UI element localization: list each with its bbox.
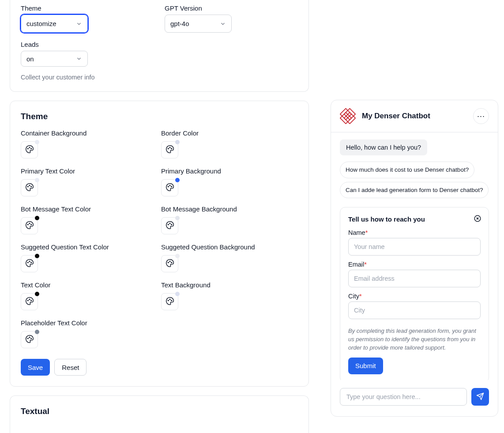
color-picker-button[interactable] bbox=[21, 179, 38, 196]
svg-point-3 bbox=[168, 148, 169, 149]
theme-item-label: Suggeted Question Background bbox=[161, 243, 298, 251]
palette-icon bbox=[25, 183, 34, 193]
svg-point-15 bbox=[168, 224, 169, 225]
svg-point-0 bbox=[27, 148, 28, 149]
svg-point-28 bbox=[169, 299, 170, 300]
svg-rect-33 bbox=[340, 109, 351, 120]
palette-icon bbox=[165, 221, 174, 231]
svg-point-29 bbox=[171, 300, 172, 301]
palette-icon bbox=[25, 297, 34, 307]
textual-card: Textual bbox=[10, 395, 309, 433]
email-label: Email* bbox=[348, 261, 481, 268]
svg-point-22 bbox=[169, 261, 170, 262]
name-input[interactable] bbox=[348, 238, 481, 256]
send-icon bbox=[476, 392, 484, 402]
svg-point-21 bbox=[168, 262, 169, 263]
palette-icon bbox=[25, 221, 34, 231]
suggested-question[interactable]: How much does it cost to use Denser chat… bbox=[340, 162, 474, 178]
theme-item-label: Bot Message Background bbox=[161, 205, 298, 213]
close-icon[interactable] bbox=[474, 215, 481, 222]
theme-select[interactable]: customize bbox=[21, 15, 88, 33]
color-swatch bbox=[35, 178, 39, 182]
color-picker-button[interactable] bbox=[21, 255, 38, 272]
suggested-question[interactable]: Can I adde lead generation form to Dense… bbox=[340, 182, 489, 199]
theme-item: Container Background bbox=[21, 129, 158, 158]
theme-select-group: Theme customize bbox=[21, 4, 153, 33]
gpt-value: gpt-4o bbox=[170, 20, 189, 27]
chevron-down-icon bbox=[76, 56, 82, 62]
color-swatch bbox=[35, 254, 39, 258]
svg-point-13 bbox=[29, 223, 30, 224]
svg-point-12 bbox=[27, 224, 28, 225]
svg-point-19 bbox=[29, 261, 30, 262]
svg-point-7 bbox=[29, 185, 30, 186]
svg-point-23 bbox=[171, 262, 172, 263]
color-picker-button[interactable] bbox=[161, 255, 178, 272]
email-input[interactable] bbox=[348, 270, 481, 287]
svg-rect-34 bbox=[344, 109, 355, 120]
palette-icon bbox=[25, 145, 34, 155]
color-picker-button[interactable] bbox=[21, 217, 38, 234]
color-picker-button[interactable] bbox=[21, 141, 38, 158]
color-swatch bbox=[175, 254, 180, 258]
theme-item: Border Color bbox=[161, 129, 298, 158]
gpt-select[interactable]: gpt-4o bbox=[165, 15, 232, 33]
color-picker-button[interactable] bbox=[21, 293, 38, 310]
color-picker-button[interactable] bbox=[161, 179, 178, 196]
theme-item-label: Border Color bbox=[161, 129, 298, 137]
color-picker-button[interactable] bbox=[161, 217, 178, 234]
theme-item-label: Text Background bbox=[161, 281, 298, 289]
theme-item: Text Color bbox=[21, 281, 158, 310]
svg-point-20 bbox=[30, 262, 31, 263]
color-swatch bbox=[35, 216, 39, 220]
palette-icon bbox=[165, 183, 174, 193]
color-picker-button[interactable] bbox=[161, 141, 178, 158]
brand-logo-icon bbox=[340, 108, 356, 124]
svg-point-1 bbox=[29, 147, 30, 148]
city-input[interactable] bbox=[348, 301, 481, 319]
chat-panel: My Denser Chatbot ··· Hello, how can I h… bbox=[331, 100, 498, 417]
name-label: Name* bbox=[348, 229, 481, 236]
palette-icon bbox=[165, 145, 174, 155]
theme-item: Bot Message Background bbox=[161, 205, 298, 234]
theme-item-label: Bot Message Text Color bbox=[21, 205, 158, 213]
palette-icon bbox=[165, 297, 174, 307]
more-button[interactable]: ··· bbox=[473, 108, 489, 124]
svg-point-32 bbox=[30, 338, 31, 339]
reset-button[interactable]: Reset bbox=[54, 359, 87, 376]
color-picker-button[interactable] bbox=[161, 293, 178, 310]
theme-item-label: Suggeted Question Text Color bbox=[21, 243, 158, 251]
chevron-down-icon bbox=[220, 21, 226, 27]
svg-point-14 bbox=[30, 224, 31, 225]
send-button[interactable] bbox=[471, 388, 489, 406]
chat-header: My Denser Chatbot ··· bbox=[331, 100, 498, 132]
save-button[interactable]: Save bbox=[21, 359, 50, 376]
lead-form: Tell us how to reach you Name* Email* Ci… bbox=[340, 207, 489, 380]
color-swatch bbox=[175, 140, 180, 144]
chat-input-row bbox=[331, 380, 498, 416]
svg-point-17 bbox=[171, 224, 172, 225]
chat-input[interactable] bbox=[340, 388, 467, 406]
svg-point-24 bbox=[27, 300, 28, 301]
palette-icon bbox=[165, 259, 174, 269]
leads-hint: Collect your customer info bbox=[21, 74, 298, 81]
submit-button[interactable]: Submit bbox=[348, 358, 383, 374]
theme-label: Theme bbox=[21, 4, 153, 12]
svg-point-30 bbox=[27, 338, 28, 339]
theme-item: Text Background bbox=[161, 281, 298, 310]
svg-point-25 bbox=[29, 299, 30, 300]
color-picker-button[interactable] bbox=[21, 331, 38, 348]
palette-icon bbox=[25, 335, 34, 345]
svg-point-16 bbox=[169, 223, 170, 224]
leads-select[interactable]: on bbox=[21, 51, 88, 67]
theme-item: Primary Text Color bbox=[21, 167, 158, 196]
chat-title: My Denser Chatbot bbox=[362, 112, 430, 120]
theme-item: Bot Message Text Color bbox=[21, 205, 158, 234]
color-swatch bbox=[35, 140, 39, 144]
color-swatch bbox=[175, 216, 180, 220]
svg-point-6 bbox=[27, 186, 28, 187]
theme-item-label: Primary Background bbox=[161, 167, 298, 175]
theme-item-label: Text Color bbox=[21, 281, 158, 289]
svg-point-9 bbox=[168, 186, 169, 187]
lead-disclaimer: By completing this lead generation form,… bbox=[348, 327, 481, 352]
